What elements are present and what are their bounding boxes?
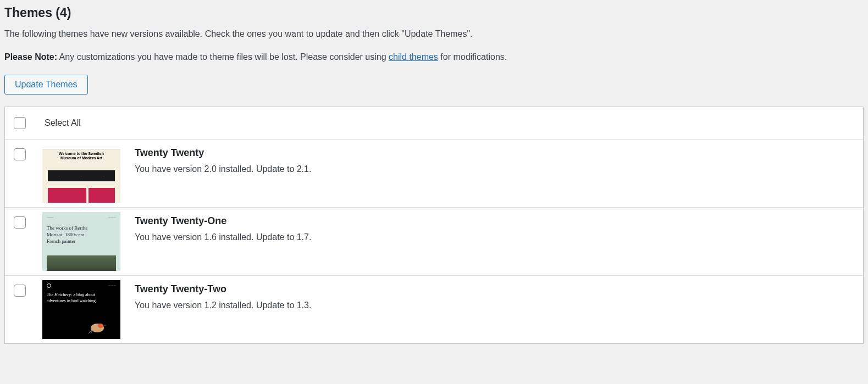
bird-icon <box>87 320 107 335</box>
table-row: Welcome to the Swedish Museum of Modern … <box>5 140 863 208</box>
theme-thumbnail: Welcome to the Swedish Museum of Modern … <box>42 144 120 203</box>
select-all-label[interactable]: Select All <box>38 107 81 139</box>
select-all-checkbox[interactable] <box>14 117 26 129</box>
theme-checkbox[interactable] <box>14 148 26 160</box>
themes-table: Select All Welcome to the Swedish Museum… <box>4 107 864 344</box>
select-all-row: Select All <box>5 107 863 140</box>
intro-text: The following themes have new versions a… <box>4 27 864 41</box>
theme-checkbox[interactable] <box>14 216 26 229</box>
theme-thumbnail: ——— — — — The works of Berthe Morisot, 1… <box>42 212 120 271</box>
theme-checkbox[interactable] <box>14 285 26 297</box>
theme-thumbnail: — — — The Hatchery: a blog about adventu… <box>42 280 120 339</box>
theme-name: Twenty Twenty-One <box>135 215 854 227</box>
table-row: — — — The Hatchery: a blog about adventu… <box>5 276 863 343</box>
svg-point-1 <box>98 324 103 328</box>
note-text: Please Note: Any customizations you have… <box>4 50 864 64</box>
themes-heading: Themes (4) <box>4 0 864 27</box>
theme-version-text: You have version 2.0 installed. Update t… <box>135 164 854 174</box>
theme-name: Twenty Twenty-Two <box>135 283 854 295</box>
table-row: ——— — — — The works of Berthe Morisot, 1… <box>5 208 863 276</box>
child-themes-link[interactable]: child themes <box>389 52 438 62</box>
theme-name: Twenty Twenty <box>135 147 854 159</box>
theme-version-text: You have version 1.6 installed. Update t… <box>135 232 854 242</box>
update-themes-button[interactable]: Update Themes <box>4 75 88 94</box>
theme-version-text: You have version 1.2 installed. Update t… <box>135 300 854 310</box>
